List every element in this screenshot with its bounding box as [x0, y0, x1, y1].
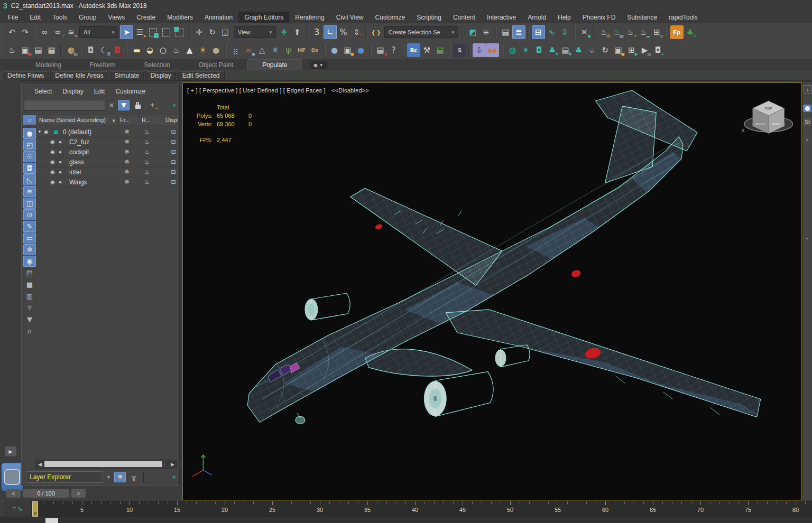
archive-icon[interactable]: ⌂: [23, 325, 36, 337]
viewcube-front-label[interactable]: FRONT: [755, 123, 765, 126]
dope-sheet-icon[interactable]: ⇩: [558, 25, 571, 39]
render-cell-icon[interactable]: ♨: [141, 148, 153, 155]
render-frame-window-icon[interactable]: ▣●: [19, 43, 32, 57]
visibility-eye-icon[interactable]: ◉: [50, 169, 55, 175]
render-presets-icon[interactable]: ▤: [32, 43, 45, 57]
layer-row-glass[interactable]: ◉●glass❄♨⊡: [36, 157, 178, 167]
timeline-grip[interactable]: [0, 501, 4, 517]
use-pivot-point-icon[interactable]: ✛: [278, 25, 291, 39]
visibility-eye-icon[interactable]: ◉: [44, 129, 49, 135]
next-frame-button[interactable]: >: [71, 489, 86, 498]
material-convert-icon[interactable]: ●●: [486, 43, 499, 57]
percent-snap-icon[interactable]: %⌒: [337, 25, 350, 39]
frozen-cell-icon[interactable]: ❄: [121, 148, 133, 155]
select-and-link-icon[interactable]: ∞: [38, 25, 51, 39]
rectangular-selection-region-icon[interactable]: [146, 25, 160, 39]
menu-scripting[interactable]: Scripting: [411, 12, 447, 23]
swatch-icon[interactable]: ■: [23, 279, 36, 290]
cameras-filter-icon[interactable]: ◘: [23, 163, 36, 174]
menu-tools[interactable]: Tools: [47, 12, 73, 23]
menu-rendering[interactable]: Rendering: [289, 12, 330, 23]
camera-add-icon[interactable]: ◘+: [651, 43, 665, 57]
maxscript-listener-stub[interactable]: [45, 518, 58, 523]
viewcube[interactable]: TOP FRONT RIGHT S: [742, 101, 792, 134]
tools-icon[interactable]: ⚒: [420, 43, 433, 57]
toolbar-grip[interactable]: [0, 23, 4, 41]
combo-dropdown-icon[interactable]: ▼: [105, 472, 112, 482]
display-as-cell-icon[interactable]: ⊡: [168, 128, 179, 135]
substance-doc-icon[interactable]: S: [453, 43, 466, 57]
select-and-scale-icon[interactable]: ◱: [219, 25, 232, 39]
geometry-filter-icon[interactable]: ●: [23, 128, 36, 139]
layer-name[interactable]: cockpit: [69, 148, 89, 156]
tree-page-icon[interactable]: ♤: [585, 43, 598, 57]
name-column-header[interactable]: Name (Sorted Ascending) ▲: [36, 115, 117, 125]
ribbon-config-button[interactable]: ▣▼: [310, 61, 328, 69]
undo-icon[interactable]: ↶: [5, 25, 19, 39]
explorer-menu-edit[interactable]: Edit: [89, 88, 110, 95]
layer-name[interactable]: C2_fuz: [69, 138, 89, 146]
groups-filter-icon[interactable]: ◫: [23, 198, 36, 209]
footer-chevrons[interactable]: »: [172, 473, 175, 481]
time-ruler[interactable]: 51015202530354045505560657075800: [31, 501, 812, 517]
display-as-cell-icon[interactable]: ⊡: [168, 179, 179, 185]
menu-file[interactable]: File: [2, 12, 24, 23]
shapes-filter-icon[interactable]: ◰: [23, 139, 36, 151]
angle-snap-icon[interactable]: ∟⌒: [324, 25, 337, 39]
ribbon-panel-edit-selected[interactable]: Edit Selected: [178, 71, 225, 80]
layer-row-0-default[interactable]: ▼◉≣0 (default)❄♨⊡: [36, 127, 178, 137]
layer-name[interactable]: 0 (default): [63, 128, 91, 136]
particle-array-icon[interactable]: ⣶: [229, 43, 242, 57]
render-settings-icon[interactable]: ▦: [45, 43, 58, 57]
sphere-object-icon[interactable]: ●: [209, 43, 223, 57]
object-dot-icon[interactable]: ●: [59, 149, 62, 155]
frozen-cell-icon[interactable]: ❄: [121, 158, 133, 165]
sphere-blue-icon[interactable]: ●: [328, 43, 341, 57]
display-as-cell-icon[interactable]: ⊡: [168, 158, 179, 165]
ribbon-panel-display[interactable]: Display: [145, 71, 176, 80]
containers-filter-icon[interactable]: ▭: [23, 232, 36, 244]
log-export-icon[interactable]: ▤◀: [374, 43, 387, 57]
named-selection-sets-icon[interactable]: { }: [370, 25, 383, 39]
menu-arnold[interactable]: Arnold: [522, 12, 552, 23]
menu-phoenix-fd[interactable]: Phoenix FD: [577, 12, 622, 23]
menu-views[interactable]: Views: [102, 12, 131, 23]
light-teal-icon[interactable]: ◍: [506, 43, 519, 57]
window-selection-icon[interactable]: [160, 25, 173, 39]
video-playback-icon[interactable]: ▶▤: [638, 43, 651, 57]
layered-copy-icon[interactable]: ▣●: [612, 43, 625, 57]
layer-name[interactable]: Wings: [69, 179, 87, 186]
spinner-snap-icon[interactable]: ⇕⌒: [350, 25, 363, 39]
checklist-icon[interactable]: ▤: [433, 43, 447, 57]
ribbon-toggle-icon[interactable]: ⊟: [532, 25, 545, 39]
select-by-name-icon[interactable]: ☰➤: [133, 25, 146, 39]
ribbon-tab-object-paint[interactable]: Object Paint: [184, 60, 247, 70]
select-and-move-icon[interactable]: ✛: [192, 25, 206, 39]
tree-list-icon[interactable]: ▤♣: [559, 43, 572, 57]
menu-animation[interactable]: Animation: [199, 12, 238, 23]
rollout-arrow-icon[interactable]: ▼: [805, 138, 809, 142]
ribbon-panel-define-flows[interactable]: Define Flows: [3, 71, 49, 80]
frozen-column-header[interactable]: Fr...: [117, 115, 139, 125]
pane-arrows-icon[interactable]: ⊞▶: [625, 43, 638, 57]
hidden-filter-icon[interactable]: ◉: [23, 256, 36, 267]
curve-editor-icon[interactable]: ∿: [545, 25, 558, 39]
dock-panel-button[interactable]: [1, 463, 23, 491]
viewcube-top-label[interactable]: TOP: [765, 107, 773, 110]
reference-coordinate-dropdown[interactable]: View▼: [234, 26, 276, 38]
layer-view-button[interactable]: ≣: [114, 472, 126, 482]
menu-help[interactable]: Help: [552, 12, 577, 23]
selection-highlight-icon[interactable]: ●⬚: [354, 43, 367, 57]
explorer-menu-display[interactable]: Display: [57, 88, 88, 95]
ribbon-tab-populate[interactable]: Populate: [247, 59, 302, 70]
geometry-category-button[interactable]: [803, 105, 811, 112]
select-object-icon[interactable]: ➤: [120, 25, 133, 39]
layer-name[interactable]: inter: [69, 169, 81, 176]
render-production-icon[interactable]: ♨☁: [637, 25, 650, 39]
layer-row-c2-fuz[interactable]: ◉●C2_fuz❄♨⊡: [36, 137, 178, 147]
render-cell-icon[interactable]: ♨: [141, 138, 153, 145]
scroll-right-icon[interactable]: ▶: [169, 462, 177, 467]
hscroll-thumb[interactable]: [44, 461, 162, 467]
noise-ball-icon[interactable]: ✳: [269, 43, 282, 57]
object-dot-icon[interactable]: ●: [59, 179, 62, 185]
